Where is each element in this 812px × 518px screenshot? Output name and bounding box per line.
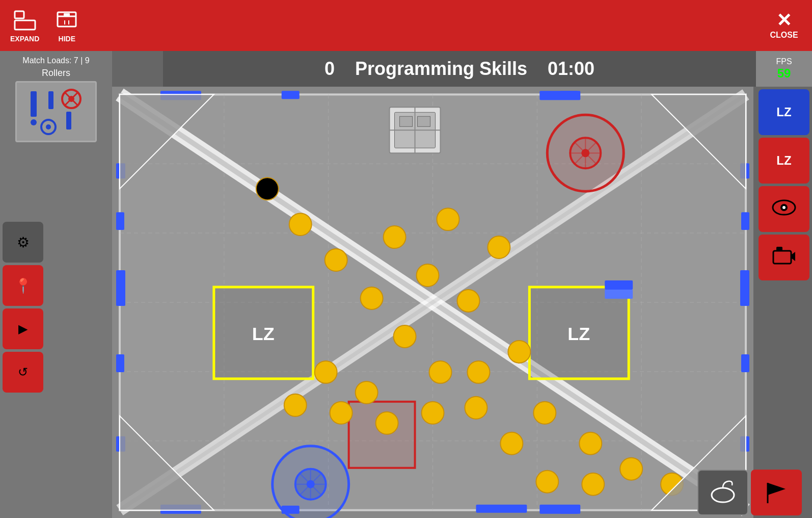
svg-point-79 [289, 213, 312, 236]
svg-point-95 [330, 402, 353, 424]
svg-rect-110 [282, 506, 300, 514]
svg-point-13 [68, 96, 74, 102]
close-button[interactable]: ✕ CLOSE [756, 0, 812, 51]
svg-rect-1 [15, 20, 35, 30]
gear-icon: ⚙ [17, 234, 30, 251]
pin-icon: 📍 [14, 277, 32, 294]
svg-marker-25 [768, 483, 786, 495]
svg-point-87 [384, 226, 406, 248]
svg-point-20 [782, 206, 786, 209]
svg-point-24 [712, 488, 734, 502]
svg-rect-118 [605, 290, 633, 299]
svg-point-89 [488, 236, 510, 258]
rollers-diagram [15, 81, 97, 142]
svg-point-84 [465, 397, 487, 419]
svg-text:LZ: LZ [252, 323, 275, 344]
right-panel: LZ LZ [756, 87, 812, 283]
reset-button[interactable]: ↺ [3, 352, 43, 393]
close-label: CLOSE [770, 31, 798, 40]
svg-rect-113 [741, 212, 749, 230]
svg-point-100 [533, 402, 556, 424]
svg-point-103 [582, 473, 604, 496]
svg-rect-45 [116, 270, 125, 306]
bottom-right-panel [695, 467, 812, 518]
flag-button[interactable] [751, 470, 802, 515]
svg-rect-8 [31, 91, 37, 117]
svg-point-90 [417, 264, 439, 287]
svg-point-96 [376, 412, 398, 434]
svg-point-86 [536, 471, 558, 493]
close-x-icon: ✕ [776, 11, 792, 30]
fps-label: FPS [776, 57, 792, 66]
svg-point-99 [508, 341, 530, 363]
svg-point-92 [356, 381, 378, 404]
location-button[interactable]: 📍 [3, 265, 43, 306]
svg-point-102 [620, 458, 642, 480]
settings-button[interactable]: ⚙ [3, 222, 43, 263]
reset-icon: ↺ [18, 365, 28, 379]
svg-point-101 [579, 432, 602, 455]
hide-button[interactable]: HIDE [55, 8, 79, 43]
svg-rect-119 [476, 505, 527, 513]
svg-point-91 [457, 290, 479, 312]
eye-icon [771, 197, 797, 221]
svg-rect-111 [116, 212, 124, 230]
svg-rect-114 [741, 354, 749, 372]
camera-button[interactable] [759, 235, 809, 280]
svg-point-88 [437, 208, 459, 230]
rollers-label: Rollers [5, 68, 107, 79]
svg-point-80 [325, 249, 347, 271]
svg-point-85 [500, 432, 523, 455]
svg-point-15 [46, 124, 51, 130]
expand-button[interactable]: EXPAND [10, 8, 39, 43]
svg-point-94 [284, 394, 307, 417]
expand-label: EXPAND [10, 35, 39, 43]
svg-point-83 [429, 361, 452, 383]
lz-red-label: LZ [776, 153, 791, 168]
svg-point-98 [467, 361, 490, 383]
svg-rect-21 [773, 251, 791, 264]
svg-rect-71 [400, 116, 413, 126]
svg-rect-5 [64, 13, 70, 16]
svg-rect-9 [31, 119, 37, 125]
fps-value: 59 [777, 66, 791, 81]
svg-rect-116 [560, 506, 578, 514]
svg-rect-23 [776, 247, 782, 251]
svg-point-78 [256, 177, 279, 200]
svg-text:LZ: LZ [567, 323, 590, 344]
svg-rect-17 [48, 91, 53, 109]
expand-icon [13, 8, 37, 33]
svg-rect-112 [116, 354, 124, 372]
play-button[interactable]: ▶ [3, 308, 43, 349]
hide-label: HIDE [59, 35, 75, 43]
match-time: 01:00 [548, 58, 594, 80]
match-title: Programming Skills [355, 58, 527, 80]
svg-point-81 [361, 287, 383, 309]
svg-point-82 [394, 325, 416, 348]
svg-rect-109 [282, 91, 300, 99]
camera-icon [771, 245, 797, 271]
lz-blue-label: LZ [776, 105, 791, 119]
top-bar: EXPAND HIDE ✕ CLOSE [0, 0, 812, 51]
lz-blue-button[interactable]: LZ [759, 89, 809, 135]
hide-icon [55, 8, 79, 33]
play-icon: ▶ [18, 322, 28, 336]
fps-display: FPS 59 [756, 51, 812, 87]
svg-rect-115 [560, 91, 578, 99]
score-value: 0 [324, 58, 335, 80]
svg-rect-46 [740, 270, 749, 306]
svg-rect-117 [605, 280, 633, 290]
svg-rect-0 [15, 11, 24, 18]
lz-red-button[interactable]: LZ [759, 138, 809, 184]
svg-point-97 [422, 402, 444, 424]
svg-rect-72 [418, 116, 430, 126]
lasso-button[interactable] [697, 470, 748, 515]
svg-rect-77 [349, 402, 415, 468]
svg-point-93 [315, 361, 337, 383]
game-field: LZ LZ [112, 87, 753, 518]
eye-button[interactable] [759, 186, 809, 232]
svg-rect-16 [66, 112, 71, 130]
match-loads-text: Match Loads: 7 | 9 [5, 56, 107, 65]
score-header: 0 Programming Skills 01:00 [163, 51, 756, 87]
left-buttons: ⚙ 📍 ▶ ↺ [0, 219, 46, 395]
